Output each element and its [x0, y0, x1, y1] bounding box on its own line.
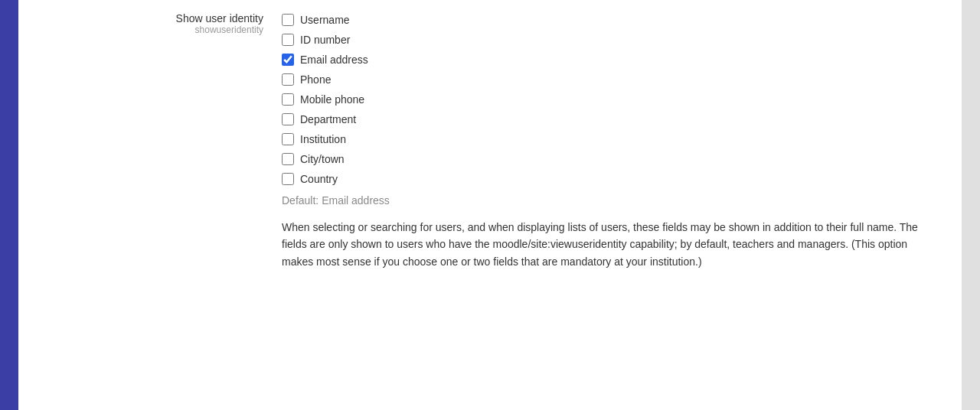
checkbox-country-input[interactable]	[282, 173, 294, 185]
checkbox-idnumber-input[interactable]	[282, 34, 294, 46]
checkbox-username[interactable]: Username	[282, 11, 962, 29]
checkbox-country-label: Country	[300, 173, 338, 185]
checkbox-mobilephone-label: Mobile phone	[300, 93, 364, 106]
checkbox-citytown-input[interactable]	[282, 153, 294, 165]
checkbox-institution-label: Institution	[300, 133, 346, 145]
page-wrapper: Show user identity showuseridentity User…	[0, 0, 980, 410]
checkbox-phone[interactable]: Phone	[282, 70, 962, 89]
checkbox-email[interactable]: Email address	[282, 50, 962, 69]
label-column: Show user identity showuseridentity	[18, 11, 279, 270]
checkbox-country[interactable]: Country	[282, 170, 962, 188]
default-text: Default: Email address	[282, 194, 962, 207]
left-sidebar	[0, 0, 18, 410]
checkbox-citytown[interactable]: City/town	[282, 150, 962, 168]
checkbox-institution[interactable]: Institution	[282, 130, 962, 148]
content-area: Show user identity showuseridentity User…	[18, 0, 962, 410]
checkbox-username-input[interactable]	[282, 14, 294, 26]
setting-row: Show user identity showuseridentity User…	[18, 8, 962, 273]
field-column: Username ID number Email address Phone M	[279, 11, 962, 270]
description-text: When selecting or searching for users, a…	[282, 219, 940, 270]
checkbox-username-label: Username	[300, 14, 350, 26]
checkbox-department[interactable]: Department	[282, 110, 962, 129]
setting-label-sub: showuseridentity	[195, 24, 263, 35]
checkbox-phone-label: Phone	[300, 73, 331, 86]
checkbox-department-label: Department	[300, 113, 356, 125]
right-border	[962, 0, 980, 410]
checkbox-idnumber[interactable]: ID number	[282, 31, 962, 49]
checkbox-mobilephone-input[interactable]	[282, 93, 294, 106]
checkbox-email-label: Email address	[300, 54, 368, 66]
checkbox-department-input[interactable]	[282, 113, 294, 125]
checkbox-citytown-label: City/town	[300, 153, 345, 165]
checkbox-institution-input[interactable]	[282, 133, 294, 145]
checkbox-mobilephone[interactable]: Mobile phone	[282, 90, 962, 109]
checkbox-email-input[interactable]	[282, 54, 294, 66]
checkbox-phone-input[interactable]	[282, 73, 294, 86]
setting-label-main: Show user identity	[176, 12, 263, 24]
checkbox-idnumber-label: ID number	[300, 34, 350, 46]
